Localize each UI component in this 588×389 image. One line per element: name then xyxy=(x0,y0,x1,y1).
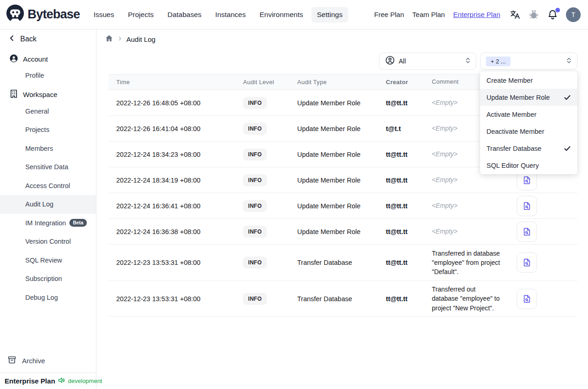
nav-item-environments[interactable]: Environments xyxy=(254,7,309,23)
building-icon xyxy=(9,89,18,100)
archive-label: Archive xyxy=(22,357,45,365)
column-header-audit-level: Audit Level xyxy=(243,79,297,86)
sidebar-item-sql-review[interactable]: SQL Review xyxy=(0,251,96,270)
nav-item-settings[interactable]: Settings xyxy=(311,7,348,23)
column-header-audit-type: Audit Type xyxy=(297,79,386,86)
menu-item-sql-editor-query[interactable]: SQL Editor Query xyxy=(480,157,577,174)
creator-filter-value: All xyxy=(399,57,461,65)
nav-item-issues[interactable]: Issues xyxy=(88,7,120,23)
workspace-group-label: Workspace xyxy=(23,91,57,98)
bytebase-logo[interactable]: Bytebase xyxy=(6,5,80,25)
home-icon[interactable] xyxy=(105,34,113,45)
menu-item-update-member-role[interactable]: Update Member Role xyxy=(480,89,577,106)
current-plan-label: Enterprise Plan xyxy=(5,377,55,385)
beta-badge: Beta xyxy=(69,219,87,227)
check-icon xyxy=(564,94,571,101)
menu-item-transfer-database[interactable]: Transfer Database xyxy=(480,140,577,157)
row-time: 2022-12-24 18:34:23 +08:00 xyxy=(108,151,243,158)
sidebar-item-debug-log[interactable]: Debug Log xyxy=(0,288,96,307)
row-comment: <Empty> xyxy=(432,175,506,184)
audit-level-badge: INFO xyxy=(243,149,267,160)
row-audit-type: Update Member Role xyxy=(297,99,386,107)
menu-item-create-member[interactable]: Create Member xyxy=(480,72,577,89)
speaker-icon xyxy=(58,377,65,386)
audit-type-filter-select[interactable]: + 2 ... xyxy=(480,52,577,70)
plan-links: Free Plan Team Plan Enterprise Plan xyxy=(374,11,500,18)
notification-dot xyxy=(555,8,560,12)
bell-icon[interactable] xyxy=(547,9,558,20)
settings-sidebar: Back Account Profile xyxy=(0,29,96,389)
creator-filter-select[interactable]: All xyxy=(379,52,476,70)
row-creator: tt@tt.tt xyxy=(386,177,432,184)
view-detail-button[interactable] xyxy=(517,222,537,242)
sidebar-item-version-control[interactable]: Version Control xyxy=(0,232,96,251)
audit-level-badge: INFO xyxy=(243,257,267,269)
translate-icon[interactable] xyxy=(509,9,520,20)
free-plan-link[interactable]: Free Plan xyxy=(374,11,404,18)
sidebar-group-account: Account xyxy=(0,51,96,66)
audit-level-badge: INFO xyxy=(243,200,267,212)
filter-toolbar: All + 2 ... xyxy=(96,52,577,70)
nav-item-databases[interactable]: Databases xyxy=(162,7,207,23)
row-time: 2022-12-26 16:41:04 +08:00 xyxy=(108,125,243,132)
audit-level-badge: INFO xyxy=(243,97,267,109)
row-time: 2022-12-23 13:53:31 +08:00 xyxy=(108,259,243,266)
row-comment: <Empty> xyxy=(432,227,506,236)
check-icon xyxy=(564,145,571,152)
breadcrumb: Audit Log xyxy=(96,34,588,44)
row-comment: <Empty> xyxy=(432,201,506,210)
row-creator: tt@tt.tt xyxy=(386,295,432,303)
sidebar-item-profile[interactable]: Profile xyxy=(0,66,96,85)
chevron-up-down-icon xyxy=(464,57,471,66)
brand-name: Bytebase xyxy=(28,7,80,22)
sidebar-item-sensitive-data[interactable]: Sensitive Data xyxy=(0,158,96,177)
chevron-up-down-icon xyxy=(565,57,572,66)
table-row: 2022-12-24 16:36:41 +08:00 INFO Update M… xyxy=(108,193,577,219)
avatar[interactable]: T xyxy=(566,7,581,22)
user-icon xyxy=(9,54,18,64)
row-audit-type: Update Member Role xyxy=(297,177,386,184)
top-nav: Bytebase Issues Projects Databases Insta… xyxy=(0,0,588,29)
breadcrumb-current: Audit Log xyxy=(126,35,155,43)
sidebar-item-subscription[interactable]: Subscription xyxy=(0,269,96,288)
row-creator: tt@tt.tt xyxy=(386,259,432,266)
column-header-creator: Creator xyxy=(386,79,432,86)
row-creator: t@t.t xyxy=(386,125,432,132)
row-creator: tt@tt.tt xyxy=(386,228,432,235)
back-button[interactable]: Back xyxy=(0,32,96,46)
column-header-time: Time xyxy=(108,79,243,86)
chevron-left-icon xyxy=(8,34,16,44)
view-detail-button[interactable] xyxy=(517,289,537,309)
nav-item-instances[interactable]: Instances xyxy=(210,7,251,23)
enterprise-plan-link[interactable]: Enterprise Plan xyxy=(453,11,500,18)
view-detail-button[interactable] xyxy=(517,252,537,273)
row-time: 2022-12-26 16:48:05 +08:00 xyxy=(108,99,243,107)
team-plan-link[interactable]: Team Plan xyxy=(413,11,445,18)
menu-item-activate-member[interactable]: Activate Member xyxy=(480,106,577,123)
row-audit-type: Update Member Role xyxy=(297,125,386,132)
row-time: 2022-12-24 18:34:19 +08:00 xyxy=(108,177,243,184)
row-audit-type: Transfer Database xyxy=(297,259,386,266)
sidebar-group-workspace: Workspace xyxy=(0,87,96,102)
sidebar-item-general[interactable]: General xyxy=(0,102,96,121)
bug-icon[interactable] xyxy=(528,9,539,20)
row-comment: Transferred in database "employee" from … xyxy=(432,249,506,277)
view-detail-button[interactable] xyxy=(517,196,537,216)
sidebar-item-access-control[interactable]: Access Control xyxy=(0,177,96,195)
sidebar-item-members[interactable]: Members xyxy=(0,139,96,158)
audit-level-badge: INFO xyxy=(243,293,267,305)
sidebar-item-projects[interactable]: Projects xyxy=(0,120,96,139)
sidebar-item-im-integration[interactable]: IM Integration Beta xyxy=(0,214,96,233)
type-filter-count-tag: + 2 ... xyxy=(486,57,510,66)
table-row: 2022-12-24 16:36:38 +08:00 INFO Update M… xyxy=(108,219,577,245)
sidebar-item-audit-log[interactable]: Audit Log xyxy=(0,195,96,214)
nav-item-projects[interactable]: Projects xyxy=(122,7,159,23)
archive-icon xyxy=(7,355,17,366)
archive-button[interactable]: Archive xyxy=(0,351,96,370)
audit-type-dropdown-menu: Create Member Update Member Role Activat… xyxy=(480,71,577,174)
audit-level-badge: INFO xyxy=(243,226,267,238)
menu-item-deactivate-member[interactable]: Deactivate Member xyxy=(480,123,577,140)
row-creator: tt@tt.tt xyxy=(386,99,432,107)
sidebar-footer: Enterprise Plan development xyxy=(0,372,96,389)
row-time: 2022-12-23 13:53:31 +08:00 xyxy=(108,295,243,303)
